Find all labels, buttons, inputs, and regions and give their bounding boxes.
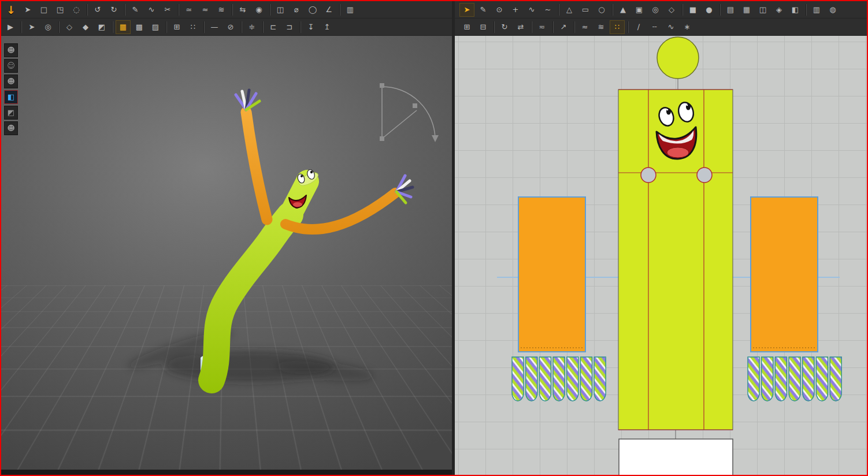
filled-circle-tool[interactable]: ● — [702, 3, 717, 17]
dashed-line-tool[interactable]: ╌ — [647, 20, 662, 34]
hand-streamers-left[interactable] — [236, 90, 259, 110]
transform-pattern-tool[interactable]: ➤ — [459, 3, 474, 17]
curve-edit-tool[interactable]: ∿ — [144, 3, 159, 17]
circumference-measure-tool[interactable]: ◯ — [305, 3, 320, 17]
zipper-tool[interactable]: ≑ — [244, 20, 259, 34]
arrangement-points-tool[interactable]: ▦ — [116, 20, 131, 34]
notch-tool[interactable]: ∗ — [680, 20, 695, 34]
unfold-pattern-tool[interactable]: ↗ — [556, 20, 571, 34]
fringe-strip[interactable] — [567, 357, 578, 401]
fringe-strip[interactable] — [817, 357, 828, 401]
measure-tape-tool[interactable]: ⌀ — [289, 3, 304, 17]
edit-sewing-tool[interactable]: ≃ — [181, 3, 196, 17]
avatar-tape-tool[interactable]: ◎ — [40, 20, 55, 34]
viewport-3d[interactable]: ☻☺☻◧◩☻ — [1, 36, 452, 475]
rectangle-tool[interactable]: ▭ — [578, 3, 593, 17]
cut-tool[interactable]: ✂ — [160, 3, 175, 17]
lasso-select-tool[interactable]: ◌ — [69, 3, 84, 17]
panel-split-tool[interactable]: ◫ — [755, 3, 770, 17]
wave-line-tool[interactable]: ∿ — [663, 20, 678, 34]
checkerboard-a-tool[interactable]: ▩ — [132, 20, 147, 34]
pattern-rotate-tool[interactable]: ◆ — [78, 20, 93, 34]
diamond-internal-tool[interactable]: ◈ — [771, 3, 787, 17]
half-shape-tool[interactable]: ◧ — [788, 3, 803, 17]
armhole-right[interactable] — [697, 168, 712, 183]
fringe-strip[interactable] — [803, 357, 814, 401]
tube-head[interactable] — [289, 170, 320, 217]
grid-snap-tool[interactable]: ⊞ — [169, 20, 184, 34]
internal-polygon-tool[interactable]: ▲ — [615, 3, 630, 17]
fringe-strip[interactable] — [830, 357, 841, 401]
press-seam-tool[interactable]: ≂ — [535, 20, 550, 34]
fringe-strip[interactable] — [539, 357, 551, 401]
mirror-paste-tool[interactable]: ⇄ — [513, 20, 528, 34]
line-tool[interactable]: — — [207, 20, 222, 34]
free-sewing-tool[interactable]: ≈ — [198, 3, 213, 17]
viewport-2d[interactable] — [455, 36, 867, 475]
pattern-head-circle[interactable] — [657, 37, 699, 79]
trace-tool[interactable]: ◍ — [825, 3, 840, 17]
fringe-strip[interactable] — [512, 357, 524, 401]
curve-point-tool[interactable]: ~ — [540, 3, 555, 17]
avatar-bust-display-icon[interactable]: ☻ — [4, 121, 18, 135]
armhole-left[interactable] — [641, 168, 656, 183]
sewing-2d-tool[interactable]: ≈ — [577, 20, 592, 34]
swap-sewing-tool[interactable]: ⇆ — [235, 3, 250, 17]
pattern-arm-left[interactable] — [518, 197, 585, 352]
multi-segment-sewing-tool[interactable]: ≋ — [214, 3, 229, 17]
checkerboard-b-tool[interactable]: ▨ — [148, 20, 163, 34]
internal-circle-tool[interactable]: ◎ — [648, 3, 663, 17]
stats-panel-tool[interactable]: ▥ — [343, 3, 358, 17]
grading-points-tool[interactable]: ∷ — [610, 20, 625, 34]
internal-rectangle-tool[interactable]: ▣ — [632, 3, 647, 17]
pattern-move-tool[interactable]: ◇ — [62, 20, 77, 34]
fringe-strip[interactable] — [526, 357, 537, 401]
select-mesh-tool[interactable]: ➤ — [24, 20, 39, 34]
lift-up-tool[interactable]: ↥ — [320, 20, 335, 34]
hand-streamers-right[interactable] — [396, 176, 413, 203]
dart-tool[interactable]: ◇ — [664, 3, 679, 17]
fringe-strip[interactable] — [775, 357, 787, 401]
fringe-strip[interactable] — [553, 357, 565, 401]
import-export-arrow-icon[interactable]: ↓ — [3, 2, 19, 17]
fold-arrangement-tool[interactable]: ◫ — [273, 3, 288, 17]
column-chart-tool[interactable]: ▥ — [809, 3, 824, 17]
fringe-strip[interactable] — [594, 357, 606, 401]
edit-point-tool[interactable]: ⊙ — [492, 3, 507, 17]
rotation-gizmo[interactable] — [380, 83, 439, 142]
pen-3d-tool[interactable]: ✎ — [128, 3, 143, 17]
rotate-right-tool[interactable]: ↻ — [106, 3, 121, 17]
transform-gizmo-tool[interactable]: ◳ — [53, 3, 68, 17]
rotate-left-tool[interactable]: ↺ — [90, 3, 105, 17]
simulate-tool[interactable]: ▶ — [3, 20, 18, 34]
garment-surface-display-icon[interactable]: ◧ — [4, 90, 18, 104]
fringe-strip[interactable] — [748, 357, 759, 401]
select-move-tool[interactable]: ➤ — [20, 3, 35, 17]
rect-select-tool[interactable]: □ — [36, 3, 51, 17]
show-scene-icon[interactable]: ☻ — [4, 75, 18, 88]
angle-ruler-tool[interactable]: ∠ — [321, 3, 336, 17]
drop-down-tool[interactable]: ↧ — [303, 20, 318, 34]
pattern-arm-right[interactable] — [751, 197, 818, 352]
multi-sewing-2d-tool[interactable]: ≋ — [593, 20, 609, 34]
left-arm[interactable] — [246, 112, 267, 220]
add-point-tool[interactable]: + — [508, 3, 523, 17]
fringe-strip[interactable] — [581, 357, 592, 401]
edit-pattern-tool[interactable]: ✎ — [476, 3, 491, 17]
show-avatar-icon[interactable]: ☻ — [4, 43, 18, 57]
fringe-strip[interactable] — [762, 357, 773, 401]
seam-line-tool[interactable]: ∕ — [631, 20, 646, 34]
rotate-pattern-tool[interactable]: ↻ — [497, 20, 512, 34]
panel-grid-tool[interactable]: ▦ — [739, 3, 754, 17]
copy-pattern-tool[interactable]: ⊞ — [459, 20, 474, 34]
lock-tool[interactable]: ⊘ — [223, 20, 238, 34]
flatten-left-tool[interactable]: ⊏ — [266, 20, 281, 34]
flatten-right-tool[interactable]: ⊐ — [282, 20, 297, 34]
pattern-flip-tool[interactable]: ◩ — [94, 20, 109, 34]
fringe-strip[interactable] — [789, 357, 800, 401]
circle-tool[interactable]: ○ — [594, 3, 609, 17]
polygon-tool[interactable]: △ — [562, 3, 577, 17]
garment-mesh-display-icon[interactable]: ◩ — [4, 106, 18, 120]
pattern-base-white[interactable] — [619, 439, 733, 475]
edit-curvature-tool[interactable]: ∿ — [524, 3, 539, 17]
